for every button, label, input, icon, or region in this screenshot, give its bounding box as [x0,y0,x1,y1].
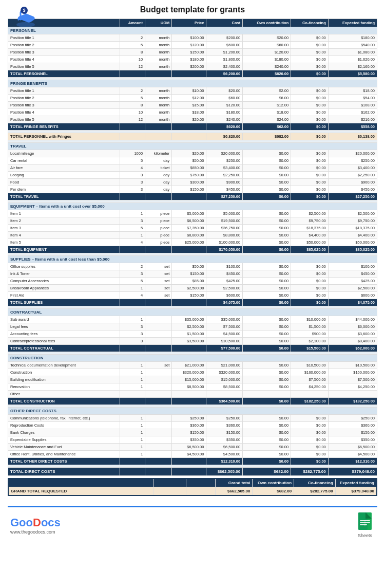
gooddocs-logo: GooDocs www.thegoodocs.com [10,516,61,535]
table-row: Position title 38month$15.00$120.00$12.0… [8,102,377,109]
grand-total-label: GRAND TOTAL REQUESTED [8,487,153,496]
sheets-label: Sheets [358,533,372,538]
total-row: TOTAL PERSONNEL$6,200.00$620.00$0.00$5,5… [8,70,377,78]
dollar-hand-icon: $ [13,5,38,29]
table-row: Position title 25month$12.00$60.00$6.00$… [8,95,377,102]
total-row: TOTAL OTHER DIRECT COSTS$12,310.00$0.00$… [8,458,377,465]
table-row: Position title 410month$18.00$180.00$18.… [8,109,377,116]
col-expected-funding: Expected funding [328,19,377,27]
section-header: OTHER DIRECT COSTS [8,408,377,415]
grand-total-values-row: GRAND TOTAL REQUESTED $662,505.00 $682.0… [8,487,377,496]
table-row: Item 41piece$8,800.00$8,800.00$0.00$4,40… [8,232,377,239]
table-row: Position title 410month$180.00$1,800.00$… [8,56,377,63]
table-row: Local mileage1000kilometer$20.00$20,000.… [8,150,377,157]
grand-total-col-cofinancing: Co-financing [294,479,336,487]
table-row: Position title 12month$10.00$20.00$2.00$… [8,87,377,95]
logo-goo: Goo [10,516,33,529]
table-row: Item 35piece$7,350.00$36,750.00$0.00$18,… [8,225,377,232]
table-row: Other [8,391,377,398]
table-row: Communications (telephone, fax, internet… [8,415,377,422]
svg-point-0 [16,22,35,27]
total-personnel-fringes-row: TOTAL PERSONNEL with Fringes$6,820.00$68… [8,133,377,140]
section-header: SUPPLIES – Items with a unit cost less t… [8,256,377,263]
table-row: Item 11piece$5,000.00$5,000.00$0.00$2,50… [8,210,377,217]
col-own-contribution: Own contribution [243,19,291,27]
grand-total-col-own: Own contribution [253,479,294,487]
table-row: Position title 512month$20.00$240.00$24.… [8,116,377,123]
page-footer: GooDocs www.thegoodocs.com Sheets [8,506,377,541]
table-row: First Aid4set$150.00$600.00$0.00$0.00$60… [8,292,377,299]
table-row: Ink & Toner3set$150.00$450.00$0.00$0.00$… [8,270,377,278]
section-header: CONTRACTUAL [8,309,377,316]
table-row: Car rental5day$50.00$250.00$0.00$0.00$25… [8,157,377,164]
grand-total-table: Grand total Own contribution Co-financin… [8,478,377,496]
table-header-row: Amount UOM Price Cost Own contribution C… [8,19,377,27]
section-header: CONSTRUCTION [8,355,377,362]
col-uom: UOM [145,19,172,27]
svg-rect-8 [360,524,367,525]
logo-d: D [33,516,41,529]
grand-total-col-grandtotal: Grand total [215,479,253,487]
page: $ Budget template for grants Amount UOM … [0,0,385,551]
table-row: Position title 25month$120.00$600.00$60.… [8,42,377,49]
table-row: Contract/professional fees3$3,500.00$10,… [8,338,377,345]
grand-total-header-label [8,479,153,487]
grand-total-value-expected: $379,048.00 [335,487,377,496]
page-header: $ Budget template for grants [8,5,377,14]
logo-ocs: ocs [41,516,61,529]
section-header: TRAVEL [8,143,377,150]
total-direct-costs-row: TOTAL DIRECT COSTS$662,505.00$682.00$282… [8,468,377,476]
table-row: Building modification1$15,000.00$15,000.… [8,376,377,383]
grand-total-value-cofinancing: $282,775.00 [294,487,336,496]
col-cost: Cost [206,19,243,27]
grand-total-col-expected: Expected funding [335,479,377,487]
table-row: Position title 512month$200.00$2,400.00$… [8,63,377,70]
table-row: Breakroom Appliances1set$2,500.00$2,500.… [8,285,377,292]
grand-total-header-row: Grand total Own contribution Co-financin… [8,479,377,487]
table-row: Item 54piece$25,000.00$100,000.00$0.00$5… [8,239,377,246]
sheets-icon [355,512,375,532]
table-row: Construction1$320,000.00$320,000.00$0.00… [8,369,377,376]
total-row: TOTAL FRINGE BENEFITS$620.00$62.00$0.00$… [8,123,377,131]
sheets-badge: Sheets [355,512,375,538]
table-row: Per diem3day$150.00$450.00$0.00$0.00$450… [8,186,377,193]
budget-table: Amount UOM Price Cost Own contribution C… [8,19,377,476]
table-row: Accounting fees3$1,500.00$4,500.00$0.00$… [8,330,377,338]
table-row: Food3day$300.00$900.00$0.00$0.00$900.00 [8,179,377,186]
table-row: Position title 38month$150.00$1,200.00$1… [8,49,377,56]
total-row: TOTAL CONTRACTUAL$77,500.00$0.00$15,500.… [8,345,377,352]
section-header: PERSONNEL [8,27,377,34]
table-row: Vehicle Maintenance and Fuel1$6,500.00$6… [8,444,377,451]
table-row: Office Rent, Utilities, and Maintenance1… [8,451,377,458]
col-price: Price [172,19,206,27]
total-row: TOTAL TRAVEL$27,250.00$0.00$0.00$27,250.… [8,193,377,200]
table-row: Renovation1$8,500.00$8,500.00$0.00$4,250… [8,383,377,391]
table-row: Air fare4ticket$850.00$3,400.00$0.00$0.0… [8,164,377,172]
grand-total-value-grandtotal: $662,505.00 [215,487,253,496]
table-row: Lodging3day$750.00$2,250.00$0.00$0.00$2,… [8,172,377,179]
table-row: Office supplies2set$50.00$100.00$0.00$0.… [8,263,377,270]
table-row: Item 23piece$6,500.00$19,500.00$0.00$9,7… [8,217,377,225]
logo-url: www.thegoodocs.com [10,529,61,535]
col-amount: Amount [120,19,145,27]
table-row: Reproduction Costs1$360.00$360.00$0.00$0… [8,422,377,429]
table-row: Position title 12month$100.00$200.00$20.… [8,34,377,42]
svg-text:$: $ [23,8,25,13]
section-header: FRINGE BENEFITS [8,80,377,87]
table-row: Legal fees3$2,500.00$7,500.00$0.00$1,500… [8,323,377,330]
total-row: TOTAL EQUIPMENT$170,050.00$0.00$85,025.0… [8,246,377,253]
table-row: Computer Accessories5set$85.00$425.00$0.… [8,278,377,285]
logo-text: GooDocs [10,516,61,529]
section-header: EQUIPMENT – Items with a unit cost over … [8,203,377,210]
table-row: Bank Charges1$150.00$150.00$0.00$0.00$15… [8,429,377,436]
total-row: TOTAL CONSTRUCTION$364,500.00$0.00$182,2… [8,398,377,405]
col-co-financing: Co-financing [291,19,329,27]
grand-total-value-own: $682.00 [253,487,294,496]
page-title: Budget template for grants [140,5,245,14]
table-row: Expendable Supplies1$350.00$350.00$0.00$… [8,436,377,444]
total-row: TOTAL SUPPLIES$4,075.00$0.00$0.00$4,075.… [8,299,377,306]
table-row: Sub-award1$35,000.00$35,000.00$0.00$10,0… [8,316,377,323]
table-row: Technical documentation development1set$… [8,362,377,369]
